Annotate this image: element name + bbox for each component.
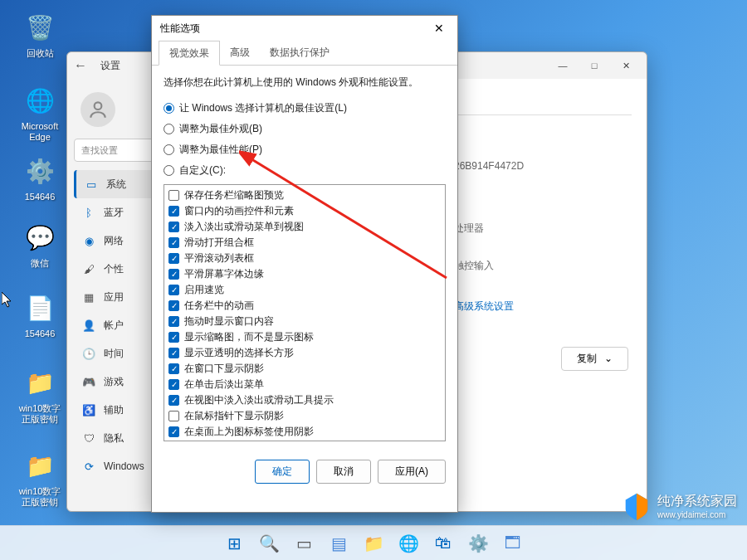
checkbox-row-5[interactable]: ✓平滑屏幕字体边缘 [168,266,441,282]
avatar[interactable] [81,92,115,127]
checkbox-icon: ✓ [168,332,179,343]
touch-label: 触控输入 [454,259,628,273]
perf-close-button[interactable]: ✕ [429,22,449,35]
radio-custom[interactable]: 自定义(C): [164,163,446,178]
txt-154646-icon: 📄 [22,290,57,325]
checkbox-icon: ✓ [168,285,179,295]
checkbox-icon: ✓ [168,316,179,327]
wechat-icon: 💬 [22,220,57,255]
perf-checkbox-list[interactable]: 保存任务栏缩略图预览✓窗口内的动画控件和元素✓淡入淡出或滑动菜单到视图✓滑动打开… [164,184,446,441]
privacy-icon: 🛡 [82,431,95,445]
network-icon: ◉ [82,234,95,247]
checkbox-row-6[interactable]: ✓启用速览 [168,282,441,298]
ok-button[interactable]: 确定 [255,460,310,484]
checkbox-row-9[interactable]: ✓显示缩略图，而不是显示图标 [168,329,441,345]
mouse-cursor [2,292,13,312]
checkbox-icon: ✓ [168,222,179,232]
apply-button[interactable]: 应用(A) [378,460,446,484]
bluetooth-icon: ᛒ [82,206,95,219]
taskbar-start[interactable]: ⊞ [219,528,249,558]
checkbox-row-2[interactable]: ✓淡入淡出或滑动菜单到视图 [168,219,441,235]
perf-buttons: 确定 取消 应用(A) [152,451,457,492]
checkbox-icon: ✓ [168,253,179,264]
perf-description: 选择你想在此计算机上使用的 Windows 外观和性能设置。 [164,75,446,90]
checkbox-icon: ✓ [168,426,179,437]
checkbox-icon: ✓ [168,379,179,390]
desktop-icon-edge[interactable]: 🌐Microsoft Edge [15,83,65,143]
desktop-icon-wechat[interactable]: 💬微信 [15,220,65,269]
copy-button[interactable]: 复制 ⌄ [561,347,628,371]
chevron-down-icon: ⌄ [604,353,613,364]
desktop-icon-txt-154646[interactable]: 📄154646 [15,290,65,339]
checkbox-row-13[interactable]: ✓在视图中淡入淡出或滑动工具提示 [168,392,441,408]
taskbar-store[interactable]: 🛍 [428,528,458,558]
checkbox-row-12[interactable]: ✓在单击后淡出菜单 [168,377,441,392]
radio-icon [164,165,174,176]
taskbar-explorer[interactable]: 📁 [359,528,388,558]
perf-tab-0[interactable]: 视觉效果 [159,41,220,66]
checkbox-icon [168,190,179,201]
perf-titlebar: 性能选项 ✕ [152,16,457,41]
checkbox-row-15[interactable]: ✓在桌面上为图标标签使用阴影 [168,424,441,440]
checkbox-row-16[interactable]: ✓在最大化和最小化时显示窗口动画 [168,440,441,441]
checkbox-icon [168,411,179,421]
perf-tab-1[interactable]: 高级 [220,41,260,65]
taskbar-app-tb[interactable]: 🗔 [498,528,528,558]
back-button[interactable]: ← [74,58,94,73]
system-info-panel: 26B914F4472D 处理器 触控输入 高级系统设置 复制 ⌄ [454,160,628,371]
checkbox-row-4[interactable]: ✓平滑滚动列表框 [168,251,441,266]
checkbox-icon: ✓ [168,206,179,217]
checkbox-row-10[interactable]: ✓显示亚透明的选择长方形 [168,345,441,361]
taskbar: ⊞🔍▭▤📁🌐🛍⚙️🗔 [0,525,747,560]
search-placeholder: 查找设置 [81,144,118,157]
checkbox-row-7[interactable]: ✓任务栏中的动画 [168,298,441,314]
desktop-icon-file-154646[interactable]: ⚙️154646 [15,153,65,202]
taskbar-taskview[interactable]: ▭ [289,528,319,558]
taskbar-edge-tb[interactable]: 🌐 [393,528,423,558]
perf-radio-group: 让 Windows 选择计算机的最佳设置(L)调整为最佳外观(B)调整为最佳性能… [164,101,446,178]
perf-tab-2[interactable]: 数据执行保护 [260,41,339,65]
watermark-icon [621,490,652,522]
close-button[interactable]: ✕ [612,56,640,75]
radio-let-windows[interactable]: 让 Windows 选择计算机的最佳设置(L) [164,101,446,115]
checkbox-row-1[interactable]: ✓窗口内的动画控件和元素 [168,203,441,219]
checkbox-row-11[interactable]: ✓在窗口下显示阴影 [168,361,441,377]
performance-options-dialog: 性能选项 ✕ 视觉效果高级数据执行保护 选择你想在此计算机上使用的 Window… [151,15,458,513]
accounts-icon: 👤 [82,319,95,332]
checkbox-row-0[interactable]: 保存任务栏缩略图预览 [168,187,441,203]
watermark: 纯净系统家园 www.yidaimei.com [621,490,737,522]
radio-best-performance[interactable]: 调整为最佳性能(P) [164,143,446,157]
desktop-icon-win10-key-zip[interactable]: 📁win10数字正版密钥 [15,365,65,425]
checkbox-row-14[interactable]: 在鼠标指针下显示阴影 [168,408,441,424]
system-icon: ▭ [85,178,98,191]
radio-icon [164,103,174,114]
taskbar-search[interactable]: 🔍 [254,528,284,558]
advanced-system-link[interactable]: 高级系统设置 [454,299,628,314]
window-controls: — □ ✕ [549,56,640,75]
edge-icon: 🌐 [22,83,57,118]
cancel-button[interactable]: 取消 [316,460,371,484]
checkbox-row-3[interactable]: ✓滑动打开组合框 [168,235,441,251]
perf-body: 选择你想在此计算机上使用的 Windows 外观和性能设置。 让 Windows… [152,66,457,451]
checkbox-icon: ✓ [168,300,179,311]
processor-label: 处理器 [454,222,628,236]
checkbox-icon: ✓ [168,363,179,374]
gaming-icon: 🎮 [82,375,95,388]
checkbox-icon: ✓ [168,348,179,358]
checkbox-icon: ✓ [168,395,179,406]
recycle-bin-icon: 🗑️ [22,10,57,45]
desktop-icon-recycle-bin[interactable]: 🗑️回收站 [15,10,65,59]
win10-key-folder-icon: 📁 [22,448,57,483]
minimize-button[interactable]: — [549,56,577,75]
desktop-icon-win10-key-folder[interactable]: 📁win10数字正版密钥 [15,448,65,508]
device-id: 26B914F4472D [454,160,628,172]
radio-best-appearance[interactable]: 调整为最佳外观(B) [164,122,446,136]
checkbox-row-8[interactable]: ✓拖动时显示窗口内容 [168,314,441,329]
time-icon: 🕒 [82,347,95,360]
apps-icon: ▦ [82,290,95,304]
taskbar-widgets[interactable]: ▤ [324,528,354,558]
checkbox-icon: ✓ [168,269,179,280]
taskbar-settings-tb[interactable]: ⚙️ [463,528,493,558]
maximize-button[interactable]: □ [580,56,608,75]
win10-key-zip-icon: 📁 [22,365,57,400]
